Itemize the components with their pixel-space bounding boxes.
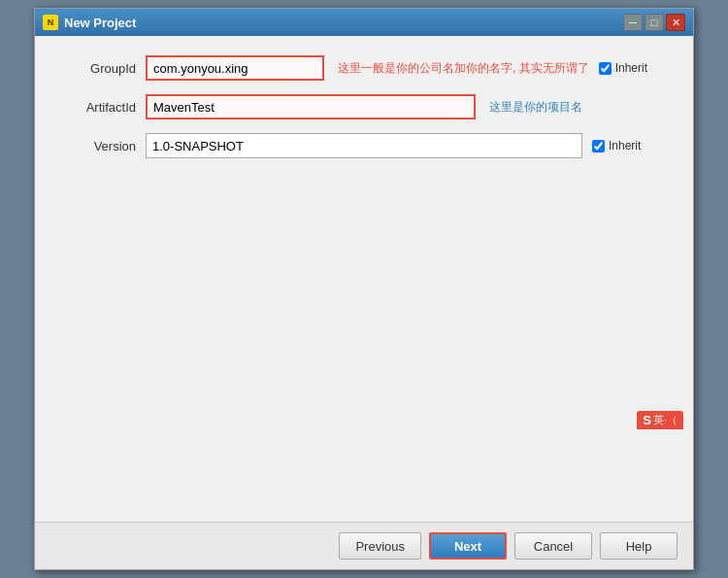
groupid-inherit-label: Inherit <box>615 61 647 75</box>
version-inherit-checkbox[interactable] <box>592 140 605 153</box>
version-label: Version <box>58 139 136 153</box>
groupid-hint: 这里一般是你的公司名加你的名字, 其实无所谓了 <box>338 60 589 77</box>
window-icon: N <box>43 15 58 30</box>
groupid-inherit-checkbox[interactable] <box>599 62 612 75</box>
main-area: S 英·（ <box>35 191 693 522</box>
version-input[interactable] <box>146 133 582 158</box>
minimize-button[interactable]: ─ <box>623 14 643 31</box>
maximize-button[interactable]: □ <box>645 14 664 31</box>
groupid-inherit[interactable]: Inherit <box>599 61 677 75</box>
previous-button[interactable]: Previous <box>339 532 421 560</box>
groupid-input[interactable] <box>146 55 324 81</box>
cancel-button[interactable]: Cancel <box>514 532 592 560</box>
footer: Previous Next Cancel Help <box>35 522 693 569</box>
title-controls: ─ □ ✕ <box>623 14 685 31</box>
help-button[interactable]: Help <box>600 532 678 560</box>
artifactid-label: ArtifactId <box>58 100 136 115</box>
artifactid-row: ArtifactId 这里是你的项目名 <box>58 94 670 119</box>
title-bar-left: N New Project <box>43 15 136 30</box>
form-content: GroupId 这里一般是你的公司名加你的名字, 其实无所谓了 Inherit … <box>35 36 693 191</box>
artifactid-hint: 这里是你的项目名 <box>489 99 582 116</box>
sogou-text: 英·（ <box>653 413 678 427</box>
groupid-label: GroupId <box>58 61 136 76</box>
next-button[interactable]: Next <box>429 532 507 560</box>
title-bar: N New Project ─ □ ✕ <box>35 9 693 36</box>
version-inherit-label: Inherit <box>609 139 641 153</box>
version-row: Version Inherit <box>58 133 670 158</box>
close-button[interactable]: ✕ <box>666 14 685 31</box>
groupid-row: GroupId 这里一般是你的公司名加你的名字, 其实无所谓了 Inherit <box>58 55 670 81</box>
sogou-badge: S 英·（ <box>637 411 683 429</box>
version-inherit[interactable]: Inherit <box>592 139 670 153</box>
artifactid-input[interactable] <box>146 94 476 119</box>
window-title: New Project <box>64 16 136 30</box>
new-project-window: N New Project ─ □ ✕ GroupId 这里一般是你的公司名加你… <box>34 8 694 570</box>
